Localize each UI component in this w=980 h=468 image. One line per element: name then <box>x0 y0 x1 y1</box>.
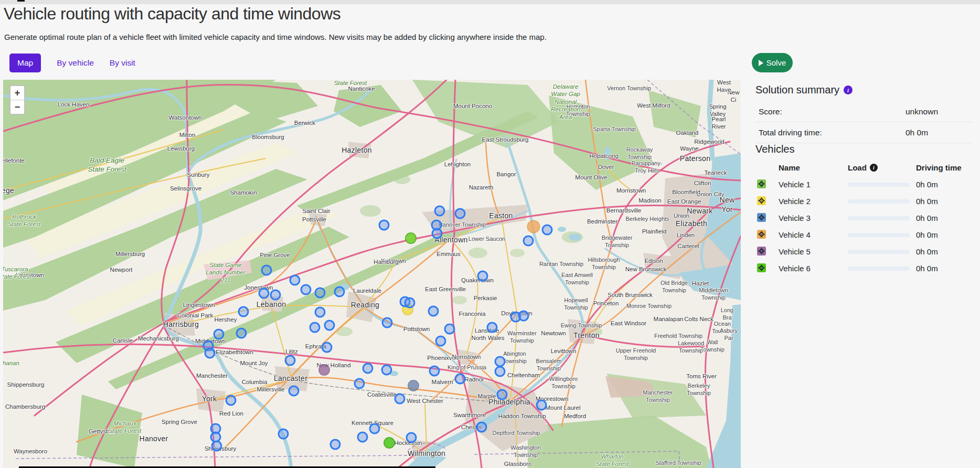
visit-marker[interactable] <box>382 317 393 328</box>
visit-marker[interactable] <box>523 236 534 247</box>
visit-marker[interactable] <box>435 336 446 347</box>
page-title: Vehicle routing with capacity and time w… <box>4 4 340 24</box>
visit-marker[interactable] <box>236 328 247 339</box>
solution-summary-heading: Solution summary i <box>755 84 972 96</box>
tab-by-visit[interactable]: By visit <box>110 58 135 68</box>
visit-marker[interactable] <box>476 422 487 433</box>
summary-info-icon[interactable]: i <box>844 86 853 94</box>
visit-marker[interactable] <box>428 306 439 317</box>
vehicle-driving-time: 0h 0m <box>916 180 938 189</box>
vehicle-home-marker[interactable] <box>405 232 417 244</box>
vehicles-table-header: Name Load i Driving time <box>755 161 972 176</box>
visit-marker[interactable] <box>497 389 508 400</box>
vehicle-name: Vehicle 2 <box>779 197 811 206</box>
map-canvas[interactable]: + − AllentownReadingHarrisburgLancasterY… <box>3 80 741 468</box>
vehicle-color-crosshair-icon <box>757 196 766 205</box>
vehicle-row: Vehicle 10h 0m <box>755 176 972 193</box>
tab-map[interactable]: Map <box>9 54 41 72</box>
visit-marker[interactable] <box>315 288 326 299</box>
vehicle-home-marker[interactable] <box>384 437 395 449</box>
map-zoom-control: + − <box>9 85 25 115</box>
visit-marker[interactable] <box>310 322 321 333</box>
vehicle-driving-time: 0h 0m <box>916 230 938 239</box>
vehicle-color-crosshair-icon <box>757 263 766 272</box>
play-icon <box>759 60 763 66</box>
visit-marker[interactable] <box>455 208 466 219</box>
vehicle-row: Vehicle 40h 0m <box>755 227 972 243</box>
visit-marker[interactable] <box>290 275 301 286</box>
visit-marker[interactable] <box>285 355 296 366</box>
visit-marker[interactable] <box>434 206 445 217</box>
visit-marker[interactable] <box>334 286 345 297</box>
total-driving-time-label: Total driving time: <box>759 128 822 137</box>
load-progress-bar <box>848 233 910 237</box>
visit-marker[interactable] <box>432 228 443 239</box>
visit-marker[interactable] <box>315 307 326 318</box>
col-name: Name <box>779 163 800 172</box>
visit-marker[interactable] <box>363 363 374 374</box>
vehicle-row: Vehicle 60h 0m <box>755 260 972 277</box>
visit-marker[interactable] <box>455 374 466 385</box>
vehicle-name: Vehicle 4 <box>779 230 811 239</box>
vehicle-name: Vehicle 5 <box>779 247 811 256</box>
total-driving-time-row: Total driving time: 0h 0m <box>755 122 972 143</box>
vehicle-home-marker[interactable] <box>527 220 540 233</box>
visit-marker[interactable] <box>495 356 506 367</box>
visit-marker[interactable] <box>270 290 281 301</box>
visit-marker[interactable] <box>357 432 368 443</box>
visit-marker[interactable] <box>518 311 529 322</box>
visit-marker[interactable] <box>205 348 216 359</box>
visit-marker[interactable] <box>542 225 553 236</box>
visit-marker[interactable] <box>379 220 390 231</box>
zoom-in-button[interactable]: + <box>10 86 24 100</box>
map-tiles <box>3 80 741 468</box>
load-progress-bar <box>848 216 910 220</box>
visit-marker[interactable] <box>429 366 440 377</box>
solve-label: Solve <box>766 58 786 67</box>
vehicles-heading: Vehicles <box>755 143 972 155</box>
visit-marker[interactable] <box>259 288 270 299</box>
visit-marker[interactable] <box>238 306 249 317</box>
visit-marker[interactable] <box>495 366 506 377</box>
visit-marker[interactable] <box>404 297 416 309</box>
vehicle-name: Vehicle 6 <box>779 264 811 273</box>
vehicle-color-crosshair-icon <box>757 179 766 188</box>
load-info-icon[interactable]: i <box>870 164 878 172</box>
score-value: unknown <box>906 107 938 116</box>
visit-marker[interactable] <box>261 265 272 276</box>
solution-summary-title: Solution summary <box>755 84 839 96</box>
visit-marker[interactable] <box>330 439 341 450</box>
vehicle-home-marker[interactable] <box>408 380 419 391</box>
zoom-out-button[interactable]: − <box>10 100 24 114</box>
vehicles-table: Name Load i Driving time Vehicle 10h 0mV… <box>755 161 972 277</box>
visit-marker[interactable] <box>477 271 488 282</box>
vehicle-row: Vehicle 50h 0m <box>755 243 972 260</box>
vehicle-color-crosshair-icon <box>757 247 766 256</box>
visit-marker[interactable] <box>444 324 455 335</box>
window-top-strip <box>0 0 980 4</box>
visit-marker[interactable] <box>324 320 335 331</box>
visit-marker[interactable] <box>487 322 498 333</box>
visit-marker[interactable] <box>278 429 289 440</box>
visit-marker[interactable] <box>536 400 547 411</box>
tab-by-vehicle[interactable]: By vehicle <box>57 58 94 68</box>
visit-marker[interactable] <box>211 441 222 452</box>
window-notch <box>17 0 25 2</box>
visit-marker[interactable] <box>354 378 365 389</box>
vehicle-rows: Vehicle 10h 0mVehicle 20h 0mVehicle 30h … <box>755 176 972 277</box>
vehicle-color-crosshair-icon <box>757 213 766 222</box>
visit-marker[interactable] <box>322 342 333 353</box>
visit-marker[interactable] <box>395 393 406 405</box>
visit-marker[interactable] <box>301 284 312 295</box>
col-load-label: Load <box>848 163 867 172</box>
visit-marker[interactable] <box>226 395 237 406</box>
visit-marker[interactable] <box>381 365 392 376</box>
vehicle-driving-time: 0h 0m <box>916 214 938 222</box>
load-progress-bar <box>848 250 910 254</box>
visit-marker[interactable] <box>214 329 225 340</box>
visit-marker[interactable] <box>369 423 380 434</box>
visit-marker[interactable] <box>406 432 417 443</box>
visit-marker[interactable] <box>289 386 300 397</box>
vehicle-home-marker[interactable] <box>318 364 330 376</box>
solve-button[interactable]: Solve <box>752 53 793 72</box>
